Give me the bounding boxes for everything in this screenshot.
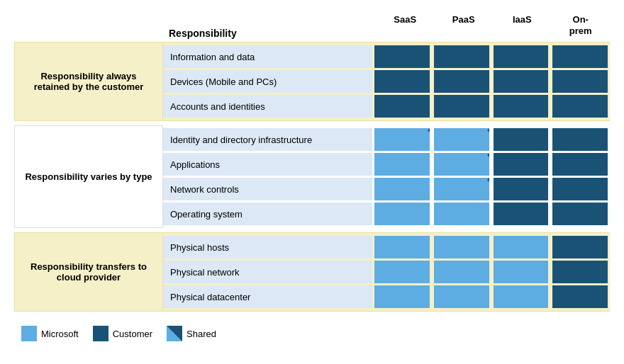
row-cells bbox=[372, 261, 610, 283]
row-label: Information and data bbox=[163, 45, 372, 68]
cell-customer bbox=[552, 70, 608, 93]
chart-container: Responsibility SaaS PaaS IaaS On-prem Re… bbox=[14, 14, 610, 341]
row-label: Accounts and identities bbox=[163, 95, 372, 118]
section-label-transfers-to-provider: Responsibility transfers to cloud provid… bbox=[14, 232, 163, 312]
cell-0 bbox=[374, 153, 430, 176]
customer-label: Customer bbox=[113, 329, 152, 339]
cell-microsoft bbox=[374, 178, 430, 200]
cell-customer bbox=[494, 203, 549, 225]
cell-0 bbox=[374, 261, 430, 283]
cell-customer bbox=[552, 178, 608, 200]
row-cells bbox=[372, 128, 610, 151]
section-content-always-customer: Information and dataDevices (Mobile and … bbox=[163, 42, 610, 121]
section-always-customer: Responsibility always retained by the cu… bbox=[14, 42, 610, 121]
cell-2 bbox=[494, 95, 549, 118]
cell-customer bbox=[552, 236, 608, 258]
row-cells bbox=[372, 95, 610, 118]
cell-2 bbox=[494, 70, 549, 93]
cell-microsoft bbox=[494, 261, 549, 283]
cell-3 bbox=[552, 203, 608, 225]
shared-swatch-triangle bbox=[167, 326, 182, 341]
cell-customer bbox=[434, 95, 489, 118]
cell-3 bbox=[552, 45, 608, 68]
data-row: Identity and directory infrastructure bbox=[163, 128, 610, 151]
row-label: Applications bbox=[163, 153, 372, 176]
cell-microsoft bbox=[374, 285, 430, 308]
shared-swatch bbox=[167, 326, 182, 341]
section-transfers-to-provider: Responsibility transfers to cloud provid… bbox=[14, 232, 610, 312]
cell-microsoft bbox=[374, 261, 430, 283]
cell-shared bbox=[434, 153, 489, 176]
section-label-always-customer: Responsibility always retained by the cu… bbox=[14, 42, 163, 121]
cell-customer bbox=[552, 203, 608, 225]
section-label-varies-by-type: Responsibility varies by type bbox=[14, 125, 163, 228]
cell-2 bbox=[494, 203, 549, 225]
row-cells bbox=[372, 70, 610, 93]
cell-3 bbox=[552, 236, 608, 258]
data-row: Applications bbox=[163, 153, 610, 176]
legend-shared: Shared bbox=[167, 326, 216, 341]
cell-microsoft bbox=[434, 261, 489, 283]
cell-microsoft bbox=[494, 285, 549, 308]
cell-customer bbox=[374, 95, 430, 118]
legend-customer: Customer bbox=[93, 326, 152, 341]
column-headers: SaaS PaaS IaaS On-prem bbox=[376, 14, 610, 39]
section-content-transfers-to-provider: Physical hostsPhysical networkPhysical d… bbox=[163, 232, 610, 312]
cell-3 bbox=[552, 95, 608, 118]
cell-0 bbox=[374, 45, 430, 68]
data-row: Physical network bbox=[163, 261, 610, 283]
legend: Microsoft Customer Shared bbox=[14, 326, 610, 341]
cell-0 bbox=[374, 128, 430, 151]
cell-customer bbox=[552, 45, 608, 68]
data-row: Operating system bbox=[163, 203, 610, 225]
cell-customer bbox=[374, 70, 430, 93]
cell-shared bbox=[434, 128, 489, 151]
cell-0 bbox=[374, 236, 430, 258]
cell-3 bbox=[552, 261, 608, 283]
customer-swatch bbox=[93, 326, 108, 341]
cell-0 bbox=[374, 95, 430, 118]
cell-1 bbox=[434, 236, 489, 258]
cell-2 bbox=[494, 261, 549, 283]
cell-customer bbox=[552, 285, 608, 308]
data-row: Physical datacenter bbox=[163, 285, 610, 308]
cell-1 bbox=[434, 261, 489, 283]
cell-1 bbox=[434, 128, 489, 151]
col-iaas: IaaS bbox=[493, 14, 552, 39]
cell-customer bbox=[434, 70, 489, 93]
cell-2 bbox=[494, 285, 549, 308]
col-onprem: On-prem bbox=[552, 14, 611, 39]
sections-container: Responsibility always retained by the cu… bbox=[14, 42, 610, 316]
cell-3 bbox=[552, 153, 608, 176]
cell-2 bbox=[494, 45, 549, 68]
cell-0 bbox=[374, 70, 430, 93]
section-varies-by-type: Responsibility varies by typeIdentity an… bbox=[14, 125, 610, 228]
cell-1 bbox=[434, 153, 489, 176]
cell-2 bbox=[494, 153, 549, 176]
row-cells bbox=[372, 203, 610, 225]
cell-shared bbox=[374, 128, 430, 151]
cell-microsoft bbox=[434, 236, 489, 258]
cell-0 bbox=[374, 178, 430, 200]
row-cells bbox=[372, 285, 610, 308]
responsibility-header: Responsibility bbox=[163, 28, 376, 39]
row-cells bbox=[372, 236, 610, 258]
row-cells bbox=[372, 45, 610, 68]
row-label: Physical datacenter bbox=[163, 285, 372, 308]
data-row: Devices (Mobile and PCs) bbox=[163, 70, 610, 93]
row-cells bbox=[372, 153, 610, 176]
cell-microsoft bbox=[374, 203, 430, 225]
data-row: Accounts and identities bbox=[163, 95, 610, 118]
cell-microsoft bbox=[434, 285, 489, 308]
shared-label: Shared bbox=[186, 329, 216, 339]
cell-customer bbox=[552, 95, 608, 118]
cell-customer bbox=[552, 128, 608, 151]
cell-3 bbox=[552, 128, 608, 151]
row-label: Devices (Mobile and PCs) bbox=[163, 70, 372, 93]
microsoft-label: Microsoft bbox=[41, 329, 79, 339]
legend-microsoft: Microsoft bbox=[21, 326, 79, 341]
microsoft-swatch bbox=[21, 326, 37, 341]
cell-0 bbox=[374, 203, 430, 225]
cell-2 bbox=[494, 236, 549, 258]
cell-customer bbox=[552, 261, 608, 283]
